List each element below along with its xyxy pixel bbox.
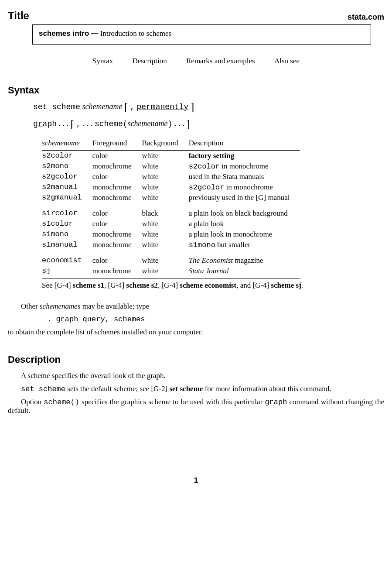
t-it: schemenames	[40, 302, 80, 310]
cell-description: used in the Stata manuals	[189, 172, 300, 182]
comma: ,	[76, 120, 81, 128]
cell-schemename: s2gmanual	[42, 192, 92, 203]
cell-foreground: monochrome	[92, 240, 142, 250]
col-background: Background	[142, 137, 189, 151]
ref: [G-4]	[161, 281, 178, 289]
ref: [G-4]	[55, 281, 71, 289]
ref: [G-2]	[151, 385, 167, 393]
desc-p2: set scheme sets the default scheme; see …	[8, 385, 384, 393]
cell-schemename: s1manual	[42, 240, 92, 250]
t: for more information about this command.	[203, 385, 331, 393]
t-tt: scheme()	[44, 398, 79, 406]
table-row: sjmonochromewhiteStata Journal	[42, 266, 300, 278]
cell-background: white	[142, 151, 189, 162]
cell-background: white	[142, 192, 189, 203]
opt-permanently: permanently	[136, 103, 188, 111]
syntax-line-2: graph . . . [ , . . . scheme(schemename)…	[33, 119, 384, 128]
other-schemes-line: Other schemenames may be available; type	[21, 302, 384, 311]
dots: . . .	[83, 119, 93, 128]
ref-b: scheme economist	[178, 281, 236, 289]
t: ,	[104, 281, 108, 289]
cell-schemename: s1mono	[42, 229, 92, 240]
cell-schemename: s1rcolor	[42, 203, 92, 219]
nav-description[interactable]: Description	[132, 57, 167, 65]
nav-syntax[interactable]: Syntax	[92, 57, 113, 65]
table-row: s2gmanualmonochromewhitepreviously used …	[42, 192, 300, 203]
col-schemename: schemename	[42, 137, 92, 151]
t-tt: set scheme	[21, 385, 65, 393]
cell-foreground: monochrome	[92, 192, 142, 203]
table-row: s1rcolorcolorblacka plain look on black …	[42, 203, 300, 219]
cell-background: white	[142, 240, 189, 250]
t: specifies the graphics scheme to be used…	[79, 398, 265, 406]
t: Other	[21, 302, 40, 310]
cell-background: white	[142, 161, 189, 172]
cell-foreground: monochrome	[92, 229, 142, 240]
cell-foreground: color	[92, 250, 142, 266]
cell-background: white	[142, 250, 189, 266]
nav-remarks[interactable]: Remarks and examples	[186, 57, 255, 65]
entry-name: schemes intro	[39, 29, 89, 38]
cell-foreground: monochrome	[92, 161, 142, 172]
arg: schemename	[128, 119, 168, 128]
t: sets the default scheme; see	[65, 385, 151, 393]
cell-schemename: s2gcolor	[42, 172, 92, 182]
syntax-line-1: set scheme schemename [ , permanently ]	[33, 102, 384, 111]
cell-background: black	[142, 203, 189, 219]
table-row: s2monomonochromewhites2color in monochro…	[42, 161, 300, 172]
t: .	[301, 281, 303, 289]
cell-foreground: monochrome	[92, 182, 142, 192]
ref-b: set scheme	[167, 385, 203, 393]
schemes-table: schemename Foreground Background Descrip…	[42, 137, 300, 278]
table-row: s2manualmonochromewhites2gcolor in monoc…	[42, 182, 300, 192]
cell-description: s2color in monochrome	[189, 161, 300, 172]
cell-background: white	[142, 229, 189, 240]
cell-description: a plain look on black background	[189, 203, 300, 219]
desc-p3: Option scheme() specifies the graphics s…	[8, 398, 384, 415]
cell-foreground: monochrome	[92, 266, 142, 278]
fn-open: scheme(	[95, 120, 128, 128]
dots: . . .	[174, 119, 184, 128]
table-row: s1manualmonochromewhites1mono but smalle…	[42, 240, 300, 250]
comma: ,	[130, 103, 135, 111]
heading-description: Description	[8, 354, 384, 365]
cell-description: factory setting	[189, 151, 300, 162]
ref: [G-4]	[252, 281, 269, 289]
heading-syntax: Syntax	[8, 85, 384, 96]
brand: stata.com	[348, 13, 384, 22]
page-number: 1	[8, 476, 384, 485]
t: See	[42, 281, 55, 289]
dots: . . .	[59, 119, 69, 128]
t: may be available; type	[80, 302, 149, 310]
cell-background: white	[142, 266, 189, 278]
table-row: s2gcolorcolorwhiteused in the Stata manu…	[42, 172, 300, 182]
arg: schemename	[82, 102, 123, 111]
ref-b: scheme s2	[124, 281, 157, 289]
table-row: economistcolorwhiteThe Economist magazin…	[42, 250, 300, 266]
table-footnote: See [G-4] scheme s1, [G-4] scheme s2, [G…	[42, 281, 384, 290]
cell-schemename: s2manual	[42, 182, 92, 192]
cell-background: white	[142, 172, 189, 182]
cell-description: s1mono but smaller	[189, 240, 300, 250]
title-box: schemes intro — Introduction to schemes	[32, 24, 371, 45]
cell-schemename: s2color	[42, 151, 92, 162]
cell-description: a plain look in monochrome	[189, 229, 300, 240]
cell-description: The Economist magazine	[189, 250, 300, 266]
header: Title stata.com	[8, 10, 384, 22]
ref-b: scheme sj	[269, 281, 301, 289]
query-command: . graph query, schemes	[47, 315, 384, 323]
fn-close: )	[168, 120, 173, 128]
col-foreground: Foreground	[92, 137, 142, 151]
nav-also-see[interactable]: Also see	[274, 57, 300, 65]
table-header: schemename Foreground Background Descrip…	[42, 137, 300, 151]
cell-description: previously used in the [G] manual	[189, 192, 300, 203]
entry-desc: Introduction to schemes	[100, 29, 171, 38]
table-row: s2colorcolorwhitefactory setting	[42, 151, 300, 162]
cell-description: s2gcolor in monochrome	[189, 182, 300, 192]
t: Option	[21, 398, 44, 406]
cell-background: white	[142, 219, 189, 229]
cell-description: a plain look	[189, 219, 300, 229]
cell-foreground: color	[92, 172, 142, 182]
obtain-line: to obtain the complete list of schemes i…	[8, 328, 384, 337]
col-description: Description	[189, 137, 300, 151]
